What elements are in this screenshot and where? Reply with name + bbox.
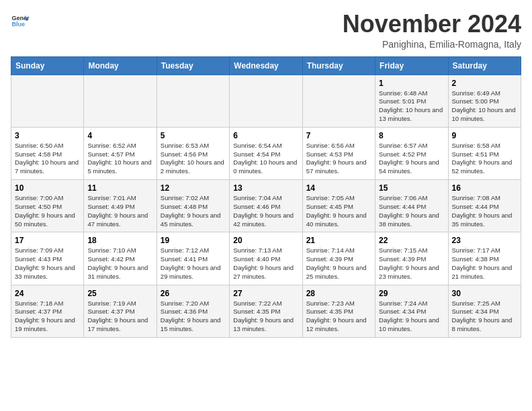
day-cell: 28Sunrise: 7:23 AMSunset: 4:35 PMDayligh… bbox=[302, 285, 375, 337]
day-info: Sunrise: 7:10 AMSunset: 4:42 PMDaylight:… bbox=[87, 246, 152, 281]
day-number: 8 bbox=[379, 131, 444, 140]
day-number: 3 bbox=[15, 131, 80, 140]
day-number: 28 bbox=[306, 289, 371, 298]
day-info: Sunrise: 7:13 AMSunset: 4:40 PMDaylight:… bbox=[233, 246, 298, 281]
day-cell: 14Sunrise: 7:05 AMSunset: 4:45 PMDayligh… bbox=[302, 180, 375, 232]
day-info: Sunrise: 7:19 AMSunset: 4:37 PMDaylight:… bbox=[87, 300, 152, 334]
day-number: 13 bbox=[233, 183, 298, 193]
header-day-wednesday: Wednesday bbox=[230, 56, 302, 75]
calendar-table: SundayMondayTuesdayWednesdayThursdayFrid… bbox=[11, 56, 521, 338]
header-day-friday: Friday bbox=[375, 56, 448, 75]
day-info: Sunrise: 7:15 AMSunset: 4:39 PMDaylight:… bbox=[379, 246, 444, 281]
day-number: 29 bbox=[379, 289, 444, 298]
day-info: Sunrise: 6:57 AMSunset: 4:52 PMDaylight:… bbox=[379, 142, 444, 176]
day-info: Sunrise: 6:53 AMSunset: 4:56 PMDaylight:… bbox=[161, 142, 226, 176]
day-cell: 30Sunrise: 7:25 AMSunset: 4:34 PMDayligh… bbox=[448, 285, 521, 337]
day-number: 12 bbox=[161, 183, 226, 193]
day-info: Sunrise: 6:54 AMSunset: 4:54 PMDaylight:… bbox=[233, 142, 298, 176]
day-number: 11 bbox=[87, 183, 152, 193]
day-number: 23 bbox=[452, 236, 517, 245]
day-number: 10 bbox=[15, 183, 80, 193]
title-area: November 2024 Panighina, Emilia-Romagna,… bbox=[343, 11, 521, 50]
day-info: Sunrise: 7:17 AMSunset: 4:38 PMDaylight:… bbox=[452, 246, 517, 281]
day-number: 27 bbox=[233, 289, 298, 298]
day-cell: 26Sunrise: 7:20 AMSunset: 4:36 PMDayligh… bbox=[157, 285, 229, 337]
day-info: Sunrise: 6:48 AMSunset: 5:01 PMDaylight:… bbox=[379, 89, 444, 124]
day-number: 5 bbox=[161, 131, 226, 140]
day-cell bbox=[157, 75, 229, 127]
day-info: Sunrise: 7:05 AMSunset: 4:45 PMDaylight:… bbox=[306, 194, 371, 228]
logo: General Blue bbox=[11, 11, 30, 30]
day-info: Sunrise: 7:06 AMSunset: 4:44 PMDaylight:… bbox=[379, 194, 444, 228]
day-info: Sunrise: 7:08 AMSunset: 4:44 PMDaylight:… bbox=[452, 194, 517, 228]
day-number: 17 bbox=[15, 236, 80, 245]
day-number: 30 bbox=[452, 289, 517, 298]
day-cell: 12Sunrise: 7:02 AMSunset: 4:48 PMDayligh… bbox=[157, 180, 229, 232]
day-number: 15 bbox=[379, 183, 444, 193]
header-day-saturday: Saturday bbox=[448, 56, 521, 75]
day-cell bbox=[11, 75, 84, 127]
header: General Blue November 2024 Panighina, Em… bbox=[11, 11, 521, 50]
day-number: 1 bbox=[379, 79, 444, 88]
day-number: 14 bbox=[306, 183, 371, 193]
day-number: 24 bbox=[15, 289, 80, 298]
week-row-1: 1Sunrise: 6:48 AMSunset: 5:01 PMDaylight… bbox=[11, 75, 521, 127]
calendar-header: SundayMondayTuesdayWednesdayThursdayFrid… bbox=[11, 56, 521, 75]
day-cell: 10Sunrise: 7:00 AMSunset: 4:50 PMDayligh… bbox=[11, 180, 84, 232]
day-cell: 7Sunrise: 6:56 AMSunset: 4:53 PMDaylight… bbox=[302, 127, 375, 179]
header-day-monday: Monday bbox=[84, 56, 157, 75]
day-number: 9 bbox=[452, 131, 517, 140]
day-cell: 1Sunrise: 6:48 AMSunset: 5:01 PMDaylight… bbox=[375, 75, 448, 127]
day-info: Sunrise: 7:00 AMSunset: 4:50 PMDaylight:… bbox=[15, 194, 80, 228]
day-number: 4 bbox=[87, 131, 152, 140]
day-number: 26 bbox=[161, 289, 226, 298]
day-number: 20 bbox=[233, 236, 298, 245]
day-number: 2 bbox=[452, 79, 517, 88]
day-info: Sunrise: 6:58 AMSunset: 4:51 PMDaylight:… bbox=[452, 142, 517, 176]
day-info: Sunrise: 7:24 AMSunset: 4:34 PMDaylight:… bbox=[379, 300, 444, 334]
day-cell: 21Sunrise: 7:14 AMSunset: 4:39 PMDayligh… bbox=[302, 232, 375, 285]
day-info: Sunrise: 7:20 AMSunset: 4:36 PMDaylight:… bbox=[161, 300, 226, 334]
day-info: Sunrise: 7:12 AMSunset: 4:41 PMDaylight:… bbox=[161, 246, 226, 281]
day-cell: 2Sunrise: 6:49 AMSunset: 5:00 PMDaylight… bbox=[448, 75, 521, 127]
day-info: Sunrise: 7:14 AMSunset: 4:39 PMDaylight:… bbox=[306, 246, 371, 281]
month-title: November 2024 bbox=[343, 11, 521, 38]
day-cell: 11Sunrise: 7:01 AMSunset: 4:49 PMDayligh… bbox=[84, 180, 157, 232]
day-cell bbox=[302, 75, 375, 127]
header-row: SundayMondayTuesdayWednesdayThursdayFrid… bbox=[11, 56, 521, 75]
day-cell: 15Sunrise: 7:06 AMSunset: 4:44 PMDayligh… bbox=[375, 180, 448, 232]
day-info: Sunrise: 7:18 AMSunset: 4:37 PMDaylight:… bbox=[15, 300, 80, 334]
day-cell: 17Sunrise: 7:09 AMSunset: 4:43 PMDayligh… bbox=[11, 232, 84, 285]
calendar-body: 1Sunrise: 6:48 AMSunset: 5:01 PMDaylight… bbox=[11, 75, 521, 337]
day-info: Sunrise: 7:01 AMSunset: 4:49 PMDaylight:… bbox=[87, 194, 152, 228]
day-number: 19 bbox=[161, 236, 226, 245]
week-row-5: 24Sunrise: 7:18 AMSunset: 4:37 PMDayligh… bbox=[11, 285, 521, 337]
day-cell: 6Sunrise: 6:54 AMSunset: 4:54 PMDaylight… bbox=[230, 127, 302, 179]
day-cell: 29Sunrise: 7:24 AMSunset: 4:34 PMDayligh… bbox=[375, 285, 448, 337]
day-cell: 4Sunrise: 6:52 AMSunset: 4:57 PMDaylight… bbox=[84, 127, 157, 179]
day-cell: 20Sunrise: 7:13 AMSunset: 4:40 PMDayligh… bbox=[230, 232, 302, 285]
day-number: 25 bbox=[87, 289, 152, 298]
location-subtitle: Panighina, Emilia-Romagna, Italy bbox=[343, 39, 521, 50]
logo-icon: General Blue bbox=[11, 11, 30, 30]
day-cell: 3Sunrise: 6:50 AMSunset: 4:58 PMDaylight… bbox=[11, 127, 84, 179]
day-number: 6 bbox=[233, 131, 298, 140]
day-number: 22 bbox=[379, 236, 444, 245]
day-cell: 5Sunrise: 6:53 AMSunset: 4:56 PMDaylight… bbox=[157, 127, 229, 179]
day-cell: 27Sunrise: 7:22 AMSunset: 4:35 PMDayligh… bbox=[230, 285, 302, 337]
day-cell: 13Sunrise: 7:04 AMSunset: 4:46 PMDayligh… bbox=[230, 180, 302, 232]
day-info: Sunrise: 7:22 AMSunset: 4:35 PMDaylight:… bbox=[233, 300, 298, 334]
day-cell bbox=[84, 75, 157, 127]
day-info: Sunrise: 7:25 AMSunset: 4:34 PMDaylight:… bbox=[452, 300, 517, 334]
day-cell: 23Sunrise: 7:17 AMSunset: 4:38 PMDayligh… bbox=[448, 232, 521, 285]
header-day-thursday: Thursday bbox=[302, 56, 375, 75]
day-cell: 18Sunrise: 7:10 AMSunset: 4:42 PMDayligh… bbox=[84, 232, 157, 285]
week-row-2: 3Sunrise: 6:50 AMSunset: 4:58 PMDaylight… bbox=[11, 127, 521, 179]
day-cell: 8Sunrise: 6:57 AMSunset: 4:52 PMDaylight… bbox=[375, 127, 448, 179]
day-cell: 24Sunrise: 7:18 AMSunset: 4:37 PMDayligh… bbox=[11, 285, 84, 337]
day-number: 16 bbox=[452, 183, 517, 193]
day-cell: 22Sunrise: 7:15 AMSunset: 4:39 PMDayligh… bbox=[375, 232, 448, 285]
day-cell: 9Sunrise: 6:58 AMSunset: 4:51 PMDaylight… bbox=[448, 127, 521, 179]
header-day-sunday: Sunday bbox=[11, 56, 84, 75]
day-info: Sunrise: 6:49 AMSunset: 5:00 PMDaylight:… bbox=[452, 89, 517, 124]
